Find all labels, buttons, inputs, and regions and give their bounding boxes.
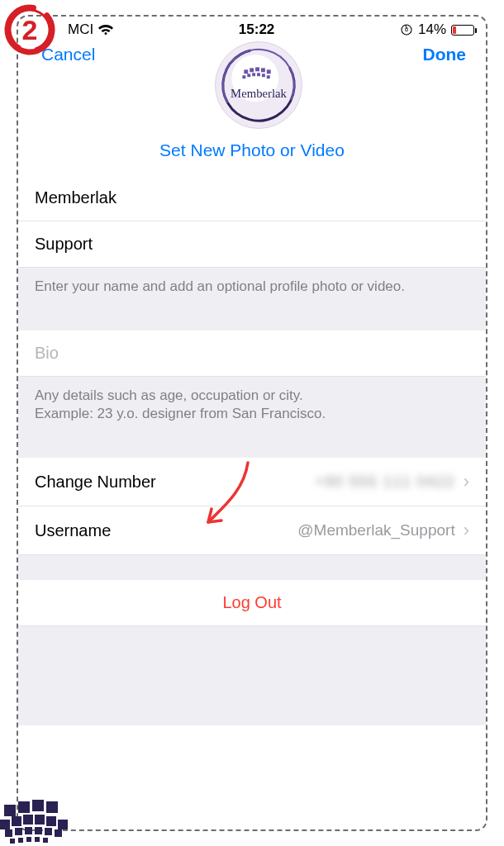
svg-rect-9: [256, 67, 260, 71]
svg-rect-29: [5, 829, 12, 837]
change-number-row[interactable]: Change Number +90 555 111 0422 ›: [18, 458, 486, 506]
clock: 15:22: [239, 21, 274, 38]
svg-rect-10: [261, 68, 265, 72]
svg-rect-12: [243, 75, 246, 78]
svg-point-5: [216, 42, 302, 128]
svg-text:2: 2: [22, 14, 38, 45]
username-row[interactable]: Username @Memberlak_Support ›: [18, 506, 486, 555]
orientation-lock-icon: [400, 23, 413, 36]
bio-field[interactable]: Bio: [18, 330, 486, 377]
chevron-right-icon: ›: [464, 520, 469, 541]
svg-rect-13: [248, 74, 251, 77]
svg-rect-37: [26, 837, 31, 842]
done-button[interactable]: Done: [423, 45, 467, 64]
first-name-field[interactable]: Memberlak: [18, 175, 486, 221]
wifi-icon: [98, 22, 113, 37]
carrier-label: MCI: [68, 21, 93, 38]
svg-rect-19: [4, 805, 16, 816]
svg-rect-38: [35, 837, 40, 842]
svg-rect-4: [406, 28, 408, 31]
log-out-button[interactable]: Log Out: [18, 580, 486, 626]
svg-rect-15: [257, 73, 260, 76]
svg-rect-24: [12, 816, 21, 826]
phone-number-value: +90 555 111 0422: [315, 473, 455, 491]
name-hint: Enter your name and add an optional prof…: [18, 268, 486, 306]
svg-rect-31: [25, 827, 32, 834]
step-badge-icon: 2: [3, 3, 56, 56]
change-number-label: Change Number: [35, 473, 156, 492]
last-name-field[interactable]: Support: [18, 221, 486, 268]
brand-corner-icon: [0, 747, 99, 846]
screen-frame: MCI 15:22 14% Cancel: [17, 15, 487, 831]
svg-rect-26: [35, 815, 45, 825]
svg-rect-8: [250, 68, 254, 72]
status-bar: MCI 15:22 14%: [18, 17, 486, 40]
svg-rect-21: [32, 800, 44, 811]
svg-rect-36: [18, 838, 23, 843]
svg-text:Memberlak: Memberlak: [231, 87, 288, 100]
svg-rect-32: [35, 827, 42, 834]
svg-rect-33: [45, 828, 52, 835]
battery-icon: [451, 25, 474, 36]
chevron-right-icon: ›: [464, 471, 469, 492]
username-label: Username: [35, 521, 111, 540]
svg-rect-22: [46, 801, 58, 813]
svg-rect-11: [267, 69, 271, 74]
svg-rect-28: [58, 820, 68, 829]
svg-rect-23: [0, 820, 10, 829]
set-photo-link[interactable]: Set New Photo or Video: [18, 129, 486, 175]
svg-rect-27: [46, 816, 56, 826]
svg-rect-35: [10, 839, 15, 844]
svg-rect-7: [245, 69, 249, 74]
svg-rect-39: [43, 838, 48, 843]
profile-avatar[interactable]: Memberlak: [215, 41, 302, 129]
svg-rect-14: [253, 73, 256, 76]
svg-point-6: [216, 42, 302, 128]
svg-rect-30: [15, 828, 22, 835]
svg-rect-17: [267, 75, 270, 78]
svg-rect-20: [18, 801, 30, 813]
username-value: @Memberlak_Support: [297, 521, 454, 539]
svg-rect-34: [55, 829, 62, 837]
bio-hint: Any details such as age, occupation or c…: [18, 377, 486, 433]
svg-rect-16: [262, 74, 265, 77]
svg-rect-25: [23, 815, 33, 825]
battery-percent: 14%: [418, 21, 446, 38]
